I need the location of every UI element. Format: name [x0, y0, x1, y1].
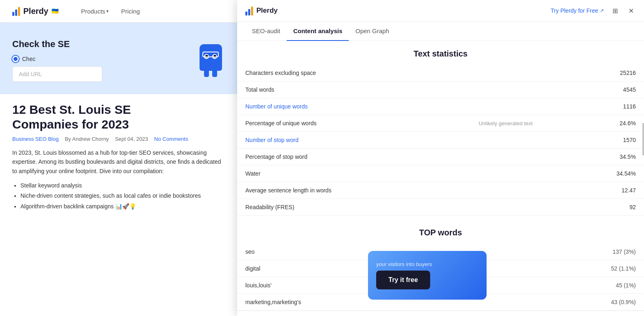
table-row: Readability (FRES) 92 [237, 199, 644, 216]
text-statistics-heading: Text statistics [237, 41, 644, 65]
website-background: Plerdy 🇺🇦 Products ▾ Pricing Check the S… [0, 0, 237, 316]
row-value: 24.6% [574, 115, 644, 132]
nav-pricing[interactable]: Pricing [119, 0, 142, 23]
try-link-text: Try Plerdy for Free [551, 7, 598, 14]
extension-header-right: Try Plerdy for Free ↗ ⊞ ✕ [551, 6, 636, 16]
row-label: Total words [237, 81, 437, 98]
try-it-free-button[interactable]: Try it free [376, 271, 430, 289]
try-plerdy-link[interactable]: Try Plerdy for Free ↗ [551, 7, 604, 14]
row-label-link[interactable]: Number of stop word [237, 132, 437, 149]
row-note [437, 149, 574, 165]
close-button[interactable]: ✕ [626, 6, 636, 16]
logo-bars-icon [12, 6, 20, 16]
row-note [437, 165, 574, 182]
row-label: Characters excluding space [237, 65, 437, 81]
row-note [437, 98, 574, 115]
row-value: 12.47 [574, 182, 644, 199]
bullet-item: Algorithm-driven backlink campaigns 📊🚀💡 [20, 201, 225, 212]
row-note [437, 65, 574, 81]
row-label-link[interactable]: Number of unique words [237, 98, 437, 115]
chevron-down-icon: ▾ [106, 9, 109, 14]
bullet-list: Stellar keyword analysis Niche-driven co… [12, 181, 225, 212]
row-value: 25216 [574, 65, 644, 81]
row-label: Percentage of unique words [237, 115, 437, 132]
cta-card: your visitors into buyers Try it free [368, 251, 487, 300]
bullet-item: Stellar keyword analysis [20, 181, 225, 191]
row-note [437, 182, 574, 199]
article-date: Sept 04, 2023 [115, 136, 148, 142]
mascot-legs [204, 71, 217, 77]
bullet-item: Niche-driven content strategies, such as… [20, 191, 225, 201]
tab-content-analysis[interactable]: Content analysis [287, 22, 349, 41]
url-input[interactable]: Add URL [12, 66, 102, 82]
stats-table: Characters excluding space 25216 Total w… [237, 65, 644, 216]
row-value: 34.54% [574, 165, 644, 182]
extension-logo: Plerdy [245, 6, 278, 16]
ukraine-flag-icon: 🇺🇦 [52, 8, 58, 14]
mascot [196, 44, 225, 77]
row-label: Average sentence length in words [237, 182, 437, 199]
article-title: 12 Best St. Louis SECompanies for 2023 [12, 102, 225, 132]
tabs-bar: SEO-audit Content analysis Open Graph [237, 22, 644, 41]
extension-header: Plerdy Try Plerdy for Free ↗ ⊞ ✕ [237, 0, 644, 22]
table-row: Water 34.54% [237, 165, 644, 182]
hero-section: Check the SE Chec Add URL [0, 23, 237, 94]
radio-label: Chec [22, 56, 36, 62]
row-label: Percentage of stop word [237, 149, 437, 165]
cta-subtitle: your visitors into buyers [376, 261, 478, 267]
scrollbar[interactable] [642, 123, 644, 156]
word-count: 43 (0.9%) [496, 294, 644, 311]
nav-bar: Plerdy 🇺🇦 Products ▾ Pricing [0, 0, 237, 23]
row-value: 1570 [574, 132, 644, 149]
row-note [437, 132, 574, 149]
word-count: 137 (3%) [496, 244, 644, 260]
word-count: 52 (1.1%) [496, 260, 644, 277]
article-category[interactable]: Business SEO Blog [12, 136, 58, 142]
article-meta: Business SEO Blog By Andrew Chorny Sept … [12, 136, 225, 142]
rate-footer: You like this extension? Please rate it!… [237, 311, 644, 316]
row-label: Readability (FRES) [237, 199, 437, 216]
mascot-body [200, 44, 222, 71]
table-row: Characters excluding space 25216 [237, 65, 644, 81]
article-section: 12 Best St. Louis SECompanies for 2023 B… [0, 94, 237, 220]
table-row: Percentage of unique words Unlikely gene… [237, 115, 644, 132]
website-logo-text: Plerdy [23, 7, 48, 16]
article-author: By Andrew Chorny [65, 136, 109, 142]
hero-text: Check the SE Chec Add URL [12, 39, 188, 82]
ext-logo-bars-icon [245, 6, 253, 16]
row-value: 34.5% [574, 149, 644, 165]
hero-title: Check the SE [12, 39, 188, 50]
resize-button[interactable]: ⊞ [610, 6, 620, 16]
row-value: 1116 [574, 98, 644, 115]
top-words-heading: TOP words [237, 220, 644, 244]
row-note [437, 199, 574, 216]
website-logo[interactable]: Plerdy 🇺🇦 [12, 6, 58, 16]
tab-open-graph[interactable]: Open Graph [349, 22, 396, 41]
row-value: 92 [574, 199, 644, 216]
mascot-glasses [202, 52, 219, 57]
row-note: Unlikely generated text [437, 115, 574, 132]
close-icon: ✕ [628, 7, 634, 15]
table-row: Total words 4545 [237, 81, 644, 98]
text-statistics-section: Text statistics Characters excluding spa… [237, 41, 644, 216]
tab-seo-audit[interactable]: SEO-audit [245, 22, 287, 41]
external-link-icon: ↗ [600, 8, 604, 14]
table-row: Average sentence length in words 12.47 [237, 182, 644, 199]
table-row: Percentage of stop word 34.5% [237, 149, 644, 165]
row-label: Water [237, 165, 437, 182]
row-note [437, 81, 574, 98]
resize-icon: ⊞ [613, 7, 618, 15]
radio-dot-icon [12, 56, 19, 62]
extension-logo-text: Plerdy [256, 7, 278, 15]
table-row: Number of unique words 1116 [237, 98, 644, 115]
article-comments[interactable]: No Comments [154, 136, 188, 142]
row-value: 4545 [574, 81, 644, 98]
table-row: Number of stop word 1570 [237, 132, 644, 149]
nav-products[interactable]: Products ▾ [79, 0, 111, 23]
article-body: In 2023, St. Louis blossomed as a hub fo… [12, 148, 225, 176]
radio-option[interactable]: Chec [12, 56, 188, 62]
word-count: 45 (1%) [496, 277, 644, 294]
